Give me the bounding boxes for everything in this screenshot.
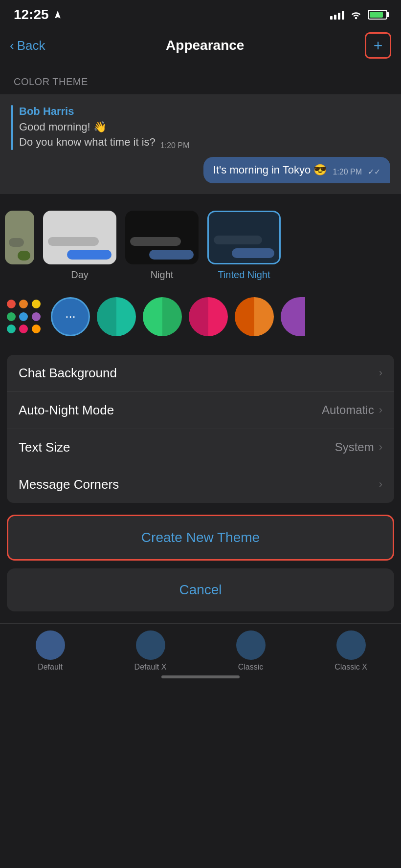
- settings-row-message-corners[interactable]: Message Corners ›: [7, 466, 394, 503]
- tab-icon-classic: [236, 630, 266, 660]
- tab-item-default-x[interactable]: Default X: [100, 630, 200, 672]
- theme-thumb-tinted-night: [207, 211, 281, 264]
- tinted-sent-bubble: [232, 248, 274, 258]
- color-circle-teal[interactable]: [97, 297, 136, 336]
- received-line2: Do you know what time it is?: [19, 135, 156, 150]
- day-sent-bubble: [67, 250, 111, 260]
- tab-item-default[interactable]: Default: [0, 630, 100, 672]
- message-corners-right: ›: [379, 478, 382, 491]
- theme-selector: Day Night Tinted Night: [0, 204, 401, 290]
- wifi-icon: [349, 10, 363, 20]
- chat-preview: Bob Harris Good morning! 👋 Do you know w…: [0, 94, 401, 194]
- dot-blue: [19, 312, 28, 321]
- night-sent-bubble: [149, 250, 194, 260]
- color-circles: ···: [0, 290, 401, 350]
- received-bar: [11, 105, 13, 150]
- received-row: Do you know what time it is? 1:20 PM: [19, 135, 189, 150]
- time-label: 12:25: [14, 7, 49, 22]
- dot-pink: [19, 325, 28, 333]
- message-corners-label: Message Corners: [19, 477, 119, 492]
- chat-background-label: Chat Background: [19, 366, 117, 381]
- chat-received-message: Bob Harris Good morning! 👋 Do you know w…: [11, 105, 390, 150]
- tab-icon-default: [36, 630, 65, 660]
- theme-label-tinted-night: Tinted Night: [218, 269, 270, 281]
- dot-amber: [32, 325, 41, 333]
- dot-purple: [32, 312, 41, 321]
- received-content: Bob Harris Good morning! 👋 Do you know w…: [19, 105, 189, 150]
- chevron-left-icon: ‹: [10, 38, 14, 53]
- signal-bars: [330, 10, 344, 20]
- settings-row-text-size[interactable]: Text Size System ›: [7, 429, 394, 466]
- theme-thumb-day: [43, 211, 116, 264]
- color-circle-pink[interactable]: [189, 297, 228, 336]
- theme-item-day[interactable]: Day: [43, 211, 116, 281]
- received-text-line1: Good morning! 👋: [19, 120, 189, 135]
- text-size-label: Text Size: [19, 440, 70, 455]
- cancel-label: Cancel: [179, 582, 222, 597]
- status-icons: [330, 10, 387, 20]
- tab-label-classic: Classic: [238, 663, 264, 672]
- create-new-theme-button[interactable]: Create New Theme: [7, 515, 394, 561]
- theme-label-night: Night: [151, 269, 174, 281]
- status-time: 12:25: [14, 7, 63, 22]
- dot-green: [7, 312, 16, 321]
- back-button[interactable]: ‹ Back: [10, 38, 45, 53]
- tab-bar: Default Default X Classic Classic X: [0, 623, 401, 681]
- home-indicator: [161, 675, 240, 678]
- tab-label-default: Default: [38, 663, 63, 672]
- theme-item-tinted-night[interactable]: Tinted Night: [207, 211, 281, 281]
- cancel-button[interactable]: Cancel: [7, 568, 394, 611]
- section-label-color-theme: COLOR THEME: [0, 66, 401, 94]
- night-recv-bubble: [130, 237, 181, 246]
- dot-yellow: [32, 300, 41, 308]
- add-button[interactable]: +: [365, 32, 391, 59]
- settings-row-chat-background[interactable]: Chat Background ›: [7, 355, 394, 392]
- dot-teal: [7, 325, 16, 333]
- nav-title: Appearance: [166, 38, 244, 53]
- chevron-icon: ›: [379, 367, 382, 379]
- location-icon: [53, 10, 63, 20]
- back-label: Back: [17, 38, 45, 53]
- color-circle-purple[interactable]: [281, 297, 305, 336]
- theme-label-day: Day: [71, 269, 89, 281]
- auto-night-right: Automatic ›: [322, 403, 382, 417]
- sender-name: Bob Harris: [19, 105, 189, 118]
- outgoing-time: 1:20 PM: [333, 168, 362, 176]
- received-time: 1:20 PM: [160, 141, 190, 150]
- tab-item-classic-x[interactable]: Classic X: [301, 630, 401, 672]
- chevron-icon: ›: [379, 441, 382, 454]
- outgoing-text: It's morning in Tokyo 😎: [213, 164, 327, 176]
- theme-item-night[interactable]: Night: [125, 211, 199, 281]
- color-circle-multi[interactable]: [5, 297, 44, 336]
- tab-label-classic-x: Classic X: [334, 663, 367, 672]
- chat-background-right: ›: [379, 367, 382, 379]
- color-circle-amber[interactable]: [235, 297, 274, 336]
- tab-item-classic[interactable]: Classic: [200, 630, 301, 672]
- battery-fill: [370, 12, 383, 18]
- theme-thumb-night: [125, 211, 199, 264]
- chat-outgoing-message: It's morning in Tokyo 😎 1:20 PM ✓✓: [11, 157, 390, 183]
- status-bar: 12:25: [0, 0, 401, 27]
- tab-label-default-x: Default X: [134, 663, 167, 672]
- settings-section: Chat Background › Auto-Night Mode Automa…: [7, 355, 394, 503]
- dot-red: [7, 300, 16, 308]
- received-line1: Good morning! 👋: [19, 121, 107, 133]
- create-theme-label: Create New Theme: [141, 530, 260, 545]
- settings-row-auto-night[interactable]: Auto-Night Mode Automatic ›: [7, 392, 394, 429]
- tab-icon-classic-x: [336, 630, 366, 660]
- read-check-icon: ✓✓: [368, 167, 380, 176]
- dot-orange: [19, 300, 28, 308]
- outgoing-bubble: It's morning in Tokyo 😎 1:20 PM ✓✓: [203, 157, 390, 183]
- auto-night-value: Automatic: [322, 403, 374, 417]
- chevron-icon: ›: [379, 404, 382, 416]
- nav-bar: ‹ Back Appearance +: [0, 27, 401, 66]
- auto-night-label: Auto-Night Mode: [19, 403, 114, 418]
- tab-icon-default-x: [136, 630, 165, 660]
- tinted-recv-bubble: [214, 236, 262, 244]
- color-circle-green[interactable]: [143, 297, 182, 336]
- battery-icon: [368, 10, 387, 20]
- day-recv-bubble: [48, 237, 99, 246]
- theme-item-partial[interactable]: [5, 211, 34, 281]
- text-size-right: System ›: [335, 440, 382, 454]
- color-circle-blue-selected[interactable]: ···: [51, 297, 90, 336]
